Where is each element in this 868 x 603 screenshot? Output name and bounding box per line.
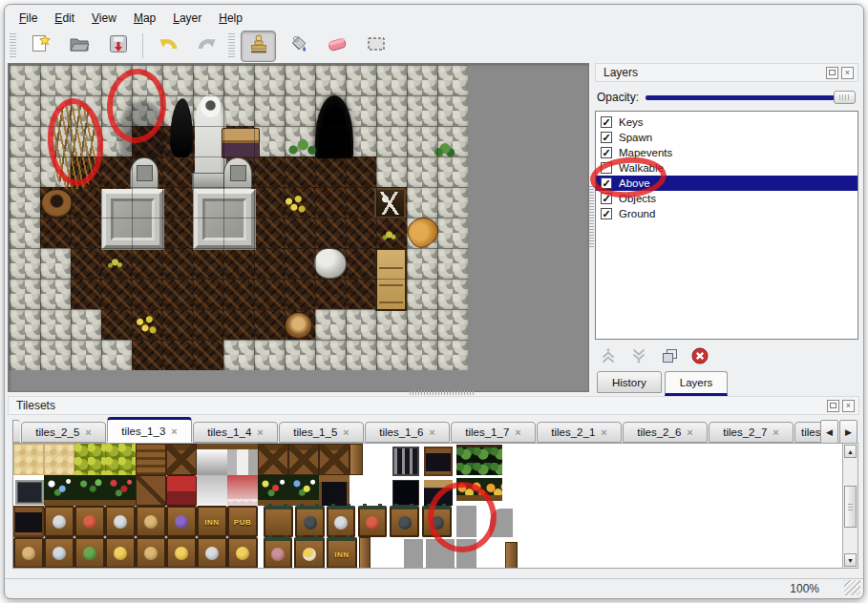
close-panel-icon[interactable]: ×	[841, 67, 854, 79]
map-tile[interactable]	[101, 309, 132, 340]
map-tile[interactable]	[193, 248, 223, 279]
tile-flowerbox-red[interactable]	[105, 475, 136, 506]
tile-sign-pub[interactable]: PUB	[227, 506, 258, 537]
scrollbar-thumb[interactable]	[844, 486, 857, 528]
map-tile[interactable]	[193, 340, 223, 370]
tile-bush[interactable]	[74, 444, 105, 475]
move-layer-down-button[interactable]	[629, 346, 648, 365]
fill-tool-button[interactable]	[280, 31, 315, 62]
tileset-tab-tiles_1_3[interactable]: tiles_1_3×	[107, 417, 192, 443]
map-tile[interactable]	[162, 248, 193, 279]
tile-double-window[interactable]	[15, 480, 44, 505]
tile-wood-post[interactable]	[505, 542, 518, 569]
tileset-scrollbar[interactable]: ▲ ▼	[842, 443, 858, 569]
tile-hanging-sign-wheel[interactable]	[295, 506, 325, 537]
menu-help[interactable]: Help	[210, 9, 251, 28]
map-tile[interactable]	[162, 279, 193, 309]
scroll-down-icon[interactable]: ▼	[844, 553, 857, 567]
map-tile[interactable]	[10, 218, 40, 248]
map-tile[interactable]	[132, 279, 162, 309]
tile-sign-ring[interactable]	[166, 537, 197, 569]
tileset-tab-tiles_2_5[interactable]: tiles_2_5×	[21, 422, 106, 443]
map-tile[interactable]	[162, 65, 193, 95]
tile-black-window[interactable]	[392, 480, 419, 506]
tileset-tab-tiles_1_5[interactable]: tiles_1_5×	[279, 422, 364, 443]
tile-hanging-sign-blank[interactable]	[264, 506, 293, 537]
map-tile[interactable]	[71, 187, 101, 218]
map-tile[interactable]	[162, 156, 193, 187]
map-tile[interactable]	[101, 65, 132, 95]
tile-flowerbox-orange[interactable]	[456, 478, 502, 501]
map-tile[interactable]	[437, 65, 468, 95]
tile-flowerbox-green[interactable]	[74, 475, 105, 506]
layer-row-above[interactable]: ✓Above	[596, 176, 857, 191]
tile-sign-sword[interactable]	[44, 506, 74, 537]
tile-gray-post[interactable]	[197, 444, 227, 475]
map-tile[interactable]	[40, 248, 71, 279]
close-tab-icon[interactable]: ×	[171, 426, 177, 437]
map-tile[interactable]	[10, 156, 40, 187]
map-tile[interactable]	[71, 248, 101, 279]
layer-checkbox[interactable]	[601, 162, 612, 174]
tile-hanging-sign-pot[interactable]	[264, 537, 292, 569]
tileset-tab-tiles[interactable]: tiles_	[794, 422, 821, 443]
map-tile[interactable]	[162, 187, 193, 218]
tile-white-post[interactable]	[227, 444, 258, 475]
map-tile[interactable]	[40, 309, 71, 340]
tile-hanging-sign-inn[interactable]: INN	[327, 537, 357, 569]
select-tool-button[interactable]	[358, 31, 393, 62]
new-tool-button[interactable]	[22, 31, 57, 62]
tile-shadow-tile[interactable]	[456, 539, 476, 569]
map-tile[interactable]	[315, 340, 346, 370]
map-tile[interactable]	[285, 65, 315, 95]
tile-hanging-sign-sword[interactable]	[327, 506, 355, 537]
close-panel-icon[interactable]: ×	[842, 400, 855, 412]
layer-checkbox[interactable]: ✓	[601, 116, 612, 128]
close-tab-icon[interactable]: ×	[601, 426, 606, 438]
map-viewport[interactable]	[8, 63, 589, 392]
map-tile[interactable]	[254, 309, 285, 340]
save-tool-button[interactable]	[100, 31, 136, 62]
toolbar-grip[interactable]	[228, 33, 235, 58]
menu-map[interactable]: Map	[125, 9, 164, 28]
map-tile[interactable]	[376, 126, 407, 156]
map-tile[interactable]	[437, 95, 468, 126]
tile-wood-table[interactable]	[319, 475, 349, 506]
map-tile[interactable]	[346, 218, 376, 248]
map-tile[interactable]	[346, 309, 376, 340]
tab-partial-left[interactable]	[12, 420, 20, 443]
tile-sign-shield[interactable]	[74, 506, 105, 537]
tile-wood-fence[interactable]	[258, 444, 288, 475]
layer-row-objects[interactable]: ✓Objects	[596, 191, 857, 206]
layer-row-ground[interactable]: ✓Ground	[596, 206, 857, 221]
map-tile[interactable]	[162, 340, 193, 370]
map-tile[interactable]	[346, 279, 376, 309]
map-tile[interactable]	[437, 309, 468, 340]
tile-sign-inn[interactable]: INN	[197, 506, 227, 537]
tile-wood-fence[interactable]	[288, 444, 319, 475]
map-tile[interactable]	[10, 340, 40, 370]
map-tile[interactable]	[71, 218, 101, 248]
tile-awning-window[interactable]	[424, 480, 453, 506]
tile-sign-utensils[interactable]	[13, 537, 44, 569]
tile-flowerbox-white[interactable]	[44, 475, 74, 506]
map-tile[interactable]	[285, 279, 315, 309]
map-tile[interactable]	[10, 65, 40, 95]
tileset-tab-tiles_1_7[interactable]: tiles_1_7×	[451, 422, 536, 443]
map-tile[interactable]	[437, 340, 468, 370]
map-tile[interactable]	[223, 340, 254, 370]
map-tile[interactable]	[71, 340, 101, 370]
menu-file[interactable]: File	[11, 9, 46, 28]
layer-checkbox[interactable]: ✓	[601, 208, 612, 219]
tile-sign-pot[interactable]	[136, 506, 166, 537]
map-tile[interactable]	[254, 187, 285, 218]
map-tile[interactable]	[315, 279, 346, 309]
map-tile[interactable]	[10, 95, 40, 126]
map-tile[interactable]	[437, 156, 468, 187]
tile-wood-beam[interactable]	[136, 475, 166, 506]
tile-hanging-sign-dragon[interactable]	[422, 506, 452, 537]
map-tile[interactable]	[254, 218, 285, 248]
map-tile[interactable]	[315, 309, 346, 340]
tile-bush[interactable]	[105, 444, 136, 475]
map-canvas[interactable]	[10, 65, 468, 370]
